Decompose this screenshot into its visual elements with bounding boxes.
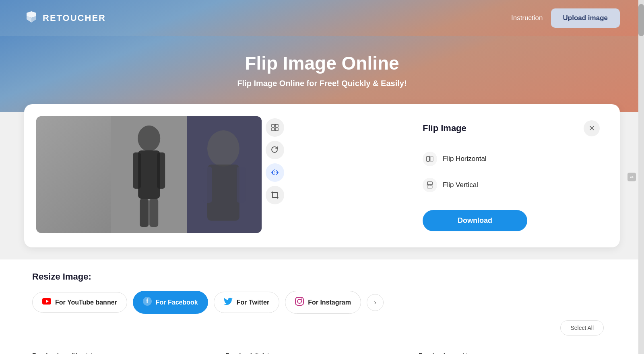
image-panel-left xyxy=(36,116,111,233)
rotate-tool-button[interactable] xyxy=(266,141,284,159)
instagram-label: For Instagram xyxy=(308,299,351,306)
svg-rect-15 xyxy=(272,128,275,131)
logo-text: RETOUCHER xyxy=(43,13,106,23)
header: RETOUCHER Instruction Upload image xyxy=(0,0,644,36)
flip-horizontal-icon xyxy=(423,152,437,166)
select-all-area: Select All xyxy=(32,320,612,335)
flip-horizontal-option[interactable]: Flip Horizontal xyxy=(423,146,600,172)
panel-title: Flip Image xyxy=(423,123,466,134)
instruction-link[interactable]: Instruction xyxy=(511,14,543,22)
image-panel-right xyxy=(187,116,262,233)
svg-point-32 xyxy=(301,298,302,300)
label-facebook-link: Facebook link image xyxy=(225,352,419,354)
svg-rect-3 xyxy=(138,150,160,199)
svg-rect-7 xyxy=(149,199,158,227)
toolbar xyxy=(266,116,284,235)
resize-labels: Facebook profile picture Facebook link i… xyxy=(0,348,644,354)
label-facebook-profile: Facebook profile picture xyxy=(32,352,225,354)
svg-rect-23 xyxy=(427,182,432,185)
scrollbar-thumb[interactable] xyxy=(638,4,644,36)
youtube-banner-button[interactable]: For YouTube banner xyxy=(32,292,127,313)
resize-options: For YouTube banner f For Facebook For Tw… xyxy=(32,291,612,314)
svg-point-9 xyxy=(207,130,239,167)
more-options-button[interactable]: › xyxy=(367,294,384,311)
svg-rect-14 xyxy=(275,124,278,127)
image-container xyxy=(36,116,262,233)
instagram-icon xyxy=(295,297,304,308)
svg-rect-16 xyxy=(275,128,278,131)
logo-icon xyxy=(24,10,39,27)
flip-vertical-option[interactable]: Flip Vertical xyxy=(423,172,600,198)
svg-rect-5 xyxy=(157,152,165,189)
facebook-button[interactable]: f For Facebook xyxy=(133,291,208,314)
svg-rect-11 xyxy=(203,167,212,203)
svg-point-2 xyxy=(138,126,160,151)
svg-text:f: f xyxy=(146,298,149,305)
twitter-button[interactable]: For Twitter xyxy=(214,292,279,313)
crop-tool-button[interactable] xyxy=(266,186,284,204)
svg-rect-12 xyxy=(237,167,246,203)
logo-area: RETOUCHER xyxy=(24,10,106,27)
select-all-button[interactable]: Select All xyxy=(560,320,604,335)
hero-section: Flip Image Online Flip Image Online for … xyxy=(0,36,644,112)
flip-vertical-label: Flip Vertical xyxy=(443,181,478,189)
svg-rect-10 xyxy=(207,165,239,221)
svg-point-31 xyxy=(297,299,301,303)
svg-rect-21 xyxy=(430,156,433,161)
instagram-button[interactable]: For Instagram xyxy=(285,291,361,314)
hero-title: Flip Image Online xyxy=(24,52,620,74)
side-resize-handle[interactable]: ⇔ xyxy=(627,173,636,181)
download-button[interactable]: Download xyxy=(423,210,527,231)
hero-subtitle: Flip Image Online for Free! Quickly & Ea… xyxy=(24,79,620,88)
svg-rect-4 xyxy=(133,152,141,189)
svg-rect-30 xyxy=(295,297,303,305)
grid-tool-button[interactable] xyxy=(266,118,284,137)
main-card: Flip Image ✕ Flip Horizontal F xyxy=(24,104,620,247)
image-panel-center xyxy=(111,116,187,233)
panel-header: Flip Image ✕ xyxy=(423,120,600,136)
flip-tool-button[interactable] xyxy=(266,163,284,182)
upload-image-button[interactable]: Upload image xyxy=(551,8,620,28)
twitter-icon xyxy=(224,298,233,307)
facebook-icon: f xyxy=(143,297,152,308)
label-facebook-event: Facebook event image xyxy=(419,352,612,354)
svg-rect-6 xyxy=(140,199,149,227)
flip-panel: Flip Image ✕ Flip Horizontal F xyxy=(415,116,608,235)
facebook-label: For Facebook xyxy=(156,299,198,306)
scrollbar[interactable] xyxy=(638,0,644,354)
image-section xyxy=(36,116,407,235)
header-nav: Instruction Upload image xyxy=(511,8,620,28)
youtube-banner-label: For YouTube banner xyxy=(55,299,117,306)
svg-rect-24 xyxy=(427,185,432,188)
twitter-label: For Twitter xyxy=(237,299,269,306)
svg-rect-13 xyxy=(272,124,275,127)
svg-rect-20 xyxy=(427,156,429,161)
flip-vertical-icon xyxy=(423,178,437,192)
resize-title: Resize Image: xyxy=(32,272,612,282)
flip-horizontal-label: Flip Horizontal xyxy=(443,155,487,163)
close-button[interactable]: ✕ xyxy=(584,120,600,136)
resize-section: Resize Image: For YouTube banner f For F… xyxy=(0,259,644,348)
youtube-icon xyxy=(42,298,51,307)
